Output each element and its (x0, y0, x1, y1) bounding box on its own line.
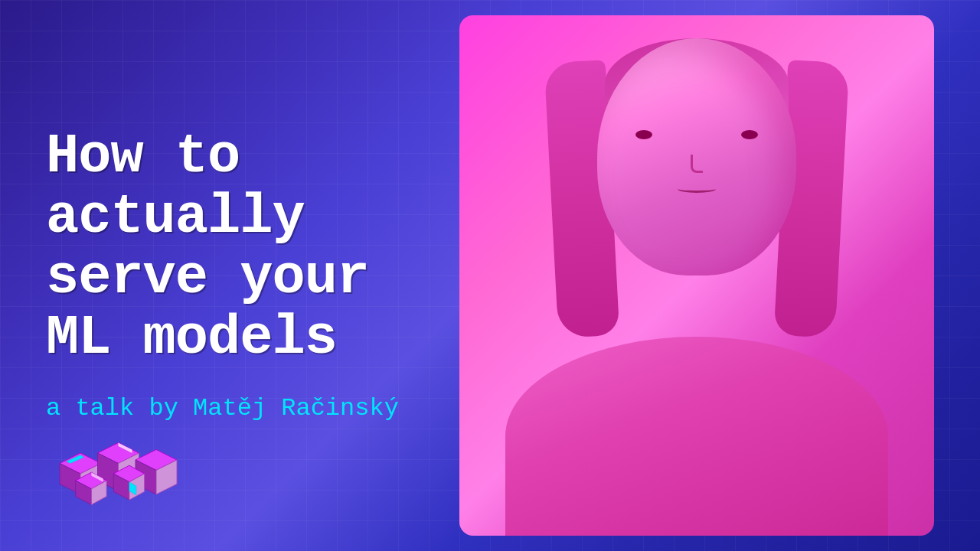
left-panel: How to actually serve your ML models a t… (46, 127, 459, 424)
speaker-head (597, 38, 796, 276)
speaker-photo (459, 15, 934, 536)
title-line-1: How to actually (46, 126, 305, 249)
slide-background: How to actually serve your ML models a t… (0, 0, 980, 551)
subtitle: a talk by Matěj Račinský (46, 393, 459, 425)
speaker-body (505, 337, 888, 536)
title-line-2: serve your (46, 246, 369, 309)
eye-left (635, 130, 652, 139)
pycon-logo (46, 421, 184, 513)
right-panel (459, 15, 934, 536)
logo-area (46, 421, 184, 513)
mouth (678, 185, 716, 193)
main-title: How to actually serve your ML models (46, 127, 459, 370)
face-features (620, 130, 773, 193)
eye-right (741, 130, 758, 139)
eyes (620, 130, 773, 139)
nose (691, 155, 703, 173)
title-line-3: ML models (46, 307, 337, 370)
